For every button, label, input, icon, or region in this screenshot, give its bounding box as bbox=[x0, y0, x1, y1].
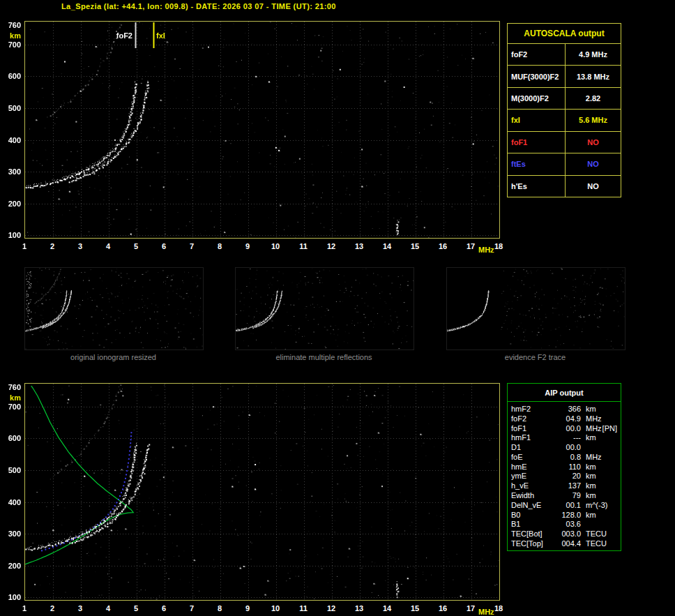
parameter-value: NO bbox=[566, 132, 621, 153]
aip-table-rows: hmF2366kmfoF204.9MHzfoF100.0MHz[PN]hmF1-… bbox=[508, 402, 621, 550]
aip-parameter-label: foF1 bbox=[511, 424, 550, 433]
parameter-label: MUF(3000)F2 bbox=[508, 66, 566, 87]
aip-parameter-label: hmF2 bbox=[511, 405, 550, 413]
x-tick-label: 14 bbox=[380, 242, 394, 250]
y-tick-label: 700 bbox=[3, 403, 21, 411]
y-tick-label: 500 bbox=[3, 104, 21, 112]
aip-parameter-note: [PN] bbox=[602, 424, 617, 433]
aip-parameter-label: D1 bbox=[511, 443, 550, 451]
y-tick-label: 100 bbox=[3, 231, 21, 239]
x-tick-label: 1 bbox=[17, 604, 31, 613]
thumbnail-caption-evidence: evidence F2 trace bbox=[446, 353, 625, 361]
x-tick-label: 17 bbox=[464, 604, 478, 613]
thumbnail-eliminate-reflections bbox=[235, 267, 414, 350]
x-tick-label: 10 bbox=[268, 242, 282, 250]
y-axis-unit-label: km bbox=[3, 393, 21, 402]
aip-parameter-value: 004.4 bbox=[550, 539, 581, 548]
thumbnail-original-ionogram bbox=[24, 267, 204, 350]
aip-parameter-value: 128.0 bbox=[550, 511, 581, 519]
parameter-value: NO bbox=[566, 153, 621, 174]
aip-row-deln-ve: DelN_vE00.1m^(-3) bbox=[511, 501, 617, 509]
y-tick-label: 400 bbox=[3, 136, 21, 144]
aip-parameter-label: TEC[Top] bbox=[511, 539, 550, 548]
x-tick-label: 8 bbox=[213, 604, 227, 613]
y-tick-label: 200 bbox=[3, 200, 21, 208]
ionogram-plot-top: foF2 fxI bbox=[24, 21, 500, 239]
x-axis-unit-label: MHz bbox=[478, 246, 494, 254]
x-tick-label: 9 bbox=[241, 242, 255, 250]
aip-row-fof2: foF204.9MHz bbox=[511, 414, 617, 423]
aip-parameter-value: 00.0 bbox=[550, 424, 581, 433]
ionogram-canvas-top bbox=[25, 22, 499, 238]
aip-parameter-unit: km bbox=[586, 491, 596, 499]
aip-parameter-value: 79 bbox=[550, 491, 581, 499]
ionogram-plot-bottom bbox=[24, 383, 500, 601]
aip-parameter-unit: km bbox=[586, 463, 596, 471]
aip-parameter-unit: MHz bbox=[586, 424, 602, 433]
aip-parameter-label: foE bbox=[511, 453, 550, 461]
x-tick-label: 1 bbox=[17, 242, 31, 250]
aip-parameter-label: DelN_vE bbox=[511, 501, 550, 509]
aip-parameter-unit: km bbox=[586, 472, 596, 480]
fxi-marker-label: fxI bbox=[156, 31, 180, 40]
x-tick-label: 11 bbox=[296, 604, 310, 613]
aip-parameter-label: Ewidth bbox=[511, 491, 550, 499]
y-tick-label: 300 bbox=[3, 167, 21, 176]
aip-parameter-value: 366 bbox=[550, 405, 581, 413]
aip-parameter-label: TEC[Bot] bbox=[511, 529, 550, 538]
x-tick-label: 10 bbox=[268, 604, 282, 613]
aip-parameter-value: 110 bbox=[550, 463, 581, 471]
aip-table-title: AIP output bbox=[508, 384, 621, 402]
thumbnail-caption-eliminate: eliminate multiple reflections bbox=[234, 353, 414, 361]
autoscala-row-fxi: fxI5.6 MHz bbox=[508, 109, 621, 130]
aip-parameter-value: 03.6 bbox=[550, 520, 581, 528]
parameter-value: 13.8 MHz bbox=[566, 66, 621, 87]
parameter-label: M(3000)F2 bbox=[508, 88, 566, 109]
x-tick-label: 5 bbox=[129, 242, 143, 250]
aip-parameter-value: 137 bbox=[550, 481, 581, 490]
aip-parameter-label: hmF1 bbox=[511, 433, 550, 442]
y-tick-label: 760 bbox=[3, 21, 21, 29]
y-tick-label: 500 bbox=[3, 466, 21, 474]
y-tick-label: 600 bbox=[3, 434, 21, 442]
y-tick-label: 300 bbox=[3, 529, 21, 538]
aip-parameter-value: 00.0 bbox=[550, 443, 581, 451]
parameter-label: foF1 bbox=[508, 132, 566, 153]
autoscala-table-rows: foF24.9 MHzMUF(3000)F213.8 MHzM(3000)F22… bbox=[508, 44, 621, 197]
x-tick-label: 13 bbox=[352, 604, 366, 613]
aip-parameter-value: 04.9 bbox=[550, 414, 581, 423]
y-tick-label: 600 bbox=[3, 72, 21, 80]
aip-parameter-label: ymE bbox=[511, 472, 550, 480]
x-tick-label: 11 bbox=[296, 242, 310, 250]
x-tick-label: 4 bbox=[101, 242, 115, 250]
aip-row-tec-bot-: TEC[Bot]003.0TECU bbox=[511, 529, 617, 538]
aip-row-b1: B103.6 bbox=[511, 520, 617, 528]
autoscala-row-h-es: h'EsNO bbox=[508, 175, 621, 197]
aip-row-h-ve: h_vE137km bbox=[511, 481, 617, 490]
x-tick-label: 2 bbox=[45, 604, 59, 613]
aip-row-hmf2: hmF2366km bbox=[511, 405, 617, 413]
x-tick-label: 16 bbox=[436, 242, 450, 250]
aip-parameter-label: B0 bbox=[511, 511, 550, 519]
parameter-value: 4.9 MHz bbox=[566, 44, 621, 65]
x-tick-label: 9 bbox=[241, 604, 255, 613]
thumbnail-evidence-f2 bbox=[446, 267, 625, 350]
aip-row-fof1: foF100.0MHz[PN] bbox=[511, 424, 617, 433]
autoscala-window: La_Spezia (lat: +44.1, lon: 009.8) - DAT… bbox=[0, 0, 675, 616]
x-tick-label: 6 bbox=[157, 242, 171, 250]
x-tick-label: 2 bbox=[45, 242, 59, 250]
aip-parameter-value: 00.1 bbox=[550, 501, 581, 509]
x-tick-label: 7 bbox=[185, 242, 199, 250]
x-axis-unit-label: MHz bbox=[478, 608, 494, 616]
aip-parameter-unit: km bbox=[586, 511, 596, 519]
autoscala-row-m-3000-f2: M(3000)F22.82 bbox=[508, 87, 621, 109]
autoscala-output-table: AUTOSCALA output foF24.9 MHzMUF(3000)F21… bbox=[507, 23, 621, 197]
aip-parameter-unit: km bbox=[586, 405, 596, 413]
parameter-value: 2.82 bbox=[566, 88, 621, 109]
aip-parameter-value: --- bbox=[550, 433, 581, 442]
parameter-label: ftEs bbox=[508, 153, 566, 174]
y-tick-label: 200 bbox=[3, 562, 21, 570]
x-tick-label: 8 bbox=[213, 242, 227, 250]
aip-row-b0: B0128.0km bbox=[511, 511, 617, 519]
x-tick-label: 7 bbox=[185, 604, 199, 613]
